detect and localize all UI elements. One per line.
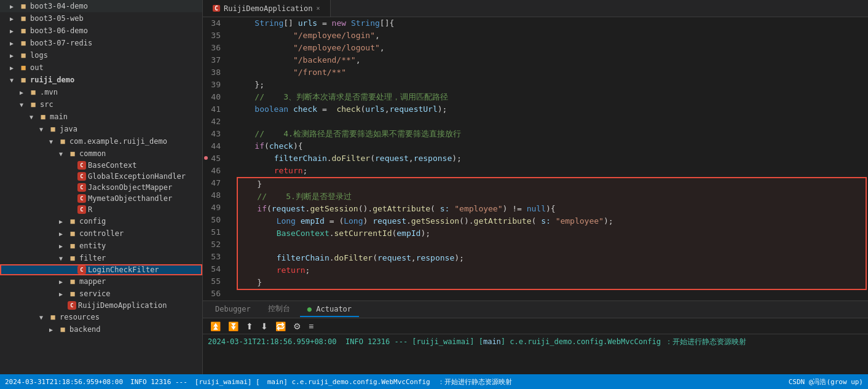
folder-icon-2: ■: [18, 14, 28, 23]
log-entry: 2024-03-31T21:18:56.959+08:00 INFO 12316…: [208, 337, 746, 346]
folder-icon-java: ■: [48, 124, 58, 134]
folder-icon-backend: ■: [58, 324, 68, 334]
sidebar-item-mvn[interactable]: ▶ ■ .mvn: [0, 86, 202, 98]
sidebar-label-boot3-05-web: boot3-05-web: [30, 14, 202, 23]
sidebar-item-r[interactable]: ▶ C R: [0, 204, 202, 215]
folder-icon-ruiji: ■: [18, 75, 28, 85]
sidebar-label-boot3-06-demo: boot3-06-demo: [30, 26, 202, 35]
folder-icon-entity: ■: [68, 241, 77, 251]
tab-actuator[interactable]: ● Actuator: [300, 302, 359, 317]
sidebar-item-main[interactable]: ▼ ■ main: [0, 111, 202, 123]
sidebar-item-common[interactable]: ▼ ■ common: [0, 147, 202, 160]
sidebar-item-ruiji-demo-app[interactable]: ▶ C RuijiDemoApplication: [0, 300, 202, 311]
code-line-53: filterChain.doFilter(request,response);: [238, 252, 866, 264]
code-line-46: return;: [235, 165, 868, 177]
code-line-38: "/front/**": [235, 66, 868, 79]
folder-icon-src: ■: [28, 100, 38, 109]
toolbar-btn-1[interactable]: ⏫: [208, 320, 223, 332]
sidebar-label-java: java: [60, 125, 202, 133]
editor-tabs: C RuijiDemoApplication ×: [203, 0, 868, 17]
tab-debugger[interactable]: Debugger: [208, 302, 258, 317]
code-content[interactable]: String[] urls = new String[]{ "/employee…: [231, 17, 868, 301]
sidebar-item-boot3-07-redis[interactable]: ▶ ■ boot3-07-redis: [0, 37, 202, 49]
sidebar-item-src[interactable]: ▼ ■ src: [0, 98, 202, 111]
sidebar-item-controller[interactable]: ▶ ■ controller: [0, 227, 202, 240]
bottom-toolbar: ⏫ ⏬ ⬆ ⬇ 🔁 ⚙ ≡: [203, 318, 868, 334]
arrow-controller: ▶: [59, 230, 68, 237]
status-thread: main] c.e.ruiji_demo.config.WebMvcConfig: [267, 378, 430, 386]
sidebar-item-jackson[interactable]: ▶ C JacksonObjectMapper: [0, 182, 202, 193]
folder-icon-controller: ■: [68, 229, 77, 238]
tab-console[interactable]: 控制台: [261, 301, 298, 318]
editor-tab-close[interactable]: ×: [317, 5, 320, 12]
sidebar-item-boot3-06-demo[interactable]: ▶ ■ boot3-06-demo: [0, 25, 202, 37]
sidebar-item-resources[interactable]: ▼ ■ resources: [0, 311, 202, 323]
sidebar-label-common: common: [79, 149, 202, 158]
arrow-boot3-04-demo: ▶: [10, 3, 18, 10]
sidebar-item-service[interactable]: ▶ ■ service: [0, 288, 202, 300]
sidebar-item-global-exception[interactable]: ▶ C GlobalExceptionHandler: [0, 171, 202, 182]
status-left: 2024-03-31T21:18:56.959+08:00 INFO 12316…: [5, 377, 512, 387]
sidebar: ▶ ■ boot3-04-demo ▶ ■ boot3-05-web ▶ ■ b…: [0, 0, 203, 374]
toolbar-btn-2[interactable]: ⏬: [226, 320, 241, 332]
sidebar-item-java[interactable]: ▼ ■ java: [0, 123, 202, 135]
sidebar-label-out: out: [30, 63, 202, 72]
code-line-42: [235, 116, 868, 128]
sidebar-label-basecontext: BaseContext: [88, 161, 202, 170]
code-line-52: [238, 240, 866, 252]
folder-icon-4: ■: [18, 38, 28, 48]
ln-56: 56: [203, 288, 226, 300]
arrow-entity: ▶: [59, 243, 68, 250]
sidebar-label-global-exception: GlobalExceptionHandler: [88, 172, 202, 181]
sidebar-item-filter[interactable]: ▼ ■ filter: [0, 252, 202, 264]
sidebar-item-login-check-filter[interactable]: ▶ C LoginCheckFilter: [0, 264, 202, 275]
editor-tab-main[interactable]: C RuijiDemoApplication ×: [203, 0, 331, 17]
toolbar-btn-4[interactable]: ⬇: [258, 320, 270, 332]
sidebar-item-mymeta[interactable]: ▶ C MymetaObjecthandler: [0, 193, 202, 204]
java-icon-jackson: C: [77, 183, 86, 192]
sidebar-label-login-check-filter: LoginCheckFilter: [88, 265, 202, 274]
sidebar-item-mapper[interactable]: ▶ ■ mapper: [0, 275, 202, 288]
sidebar-item-ruiji-demo[interactable]: ▼ ■ ruiji_demo: [0, 74, 202, 86]
code-line-51: BaseContext.setCurrentId(empId);: [238, 227, 866, 240]
toolbar-btn-5[interactable]: 🔁: [273, 320, 288, 332]
sidebar-item-boot3-05-web[interactable]: ▶ ■ boot3-05-web: [0, 12, 202, 25]
ln-53: 53: [203, 251, 226, 263]
java-icon-mymeta: C: [77, 194, 86, 203]
arrow-resources: ▼: [39, 314, 48, 321]
sidebar-item-com-example[interactable]: ▼ ■ com.example.ruiji_demo: [0, 135, 202, 147]
status-message: ：开始进行静态资源映射: [438, 377, 512, 387]
arrow-out: ▶: [10, 65, 18, 71]
sidebar-item-config[interactable]: ▶ ■ config: [0, 215, 202, 227]
arrow-logs: ▶: [10, 52, 18, 59]
arrow-boot3-06-demo: ▶: [10, 28, 18, 34]
arrow-boot3-07-redis: ▶: [10, 40, 18, 47]
code-line-50: Long empId = (Long) request.getSession()…: [238, 215, 866, 227]
sidebar-item-boot3-04-demo[interactable]: ▶ ■ boot3-04-demo: [0, 0, 202, 12]
java-icon-ruiji-demo-app: C: [68, 301, 76, 310]
sidebar-item-entity[interactable]: ▶ ■ entity: [0, 240, 202, 252]
sidebar-label-r: R: [88, 205, 202, 214]
editor-tab-icon: C: [213, 5, 220, 12]
folder-icon-out: ■: [18, 63, 28, 73]
toolbar-btn-6[interactable]: ⚙: [291, 320, 304, 332]
folder-icon-resources: ■: [48, 312, 58, 322]
sidebar-label-boot3-04-demo: boot3-04-demo: [30, 2, 202, 10]
sidebar-item-backend[interactable]: ▶ ■ backend: [0, 323, 202, 336]
code-line-47: }: [238, 178, 866, 191]
code-line-40: // 3、判断本次请求是否需要处理，调用匹配路径: [235, 91, 868, 103]
sidebar-item-out[interactable]: ▶ ■ out: [0, 61, 202, 74]
line-numbers: 34 35 36 37 38 39 40 41 42 43 44 45 46 4…: [203, 17, 231, 301]
ln-41: 41: [203, 103, 226, 116]
sidebar-item-logs[interactable]: ▶ ■ logs: [0, 49, 202, 61]
code-line-48: // 5.判断是否登录过: [238, 191, 866, 203]
toolbar-btn-7[interactable]: ≡: [306, 320, 316, 332]
sidebar-item-basecontext[interactable]: ▶ C BaseContext: [0, 160, 202, 171]
code-line-36: "/employee/logout",: [235, 42, 868, 54]
toolbar-btn-3[interactable]: ⬆: [243, 320, 256, 332]
code-line-44: if(check){: [235, 140, 868, 152]
ln-42: 42: [203, 116, 226, 128]
bottom-tabs: Debugger 控制台 ● Actuator: [203, 301, 868, 318]
ln-46: 46: [203, 165, 226, 177]
ln-43: 43: [203, 128, 226, 140]
